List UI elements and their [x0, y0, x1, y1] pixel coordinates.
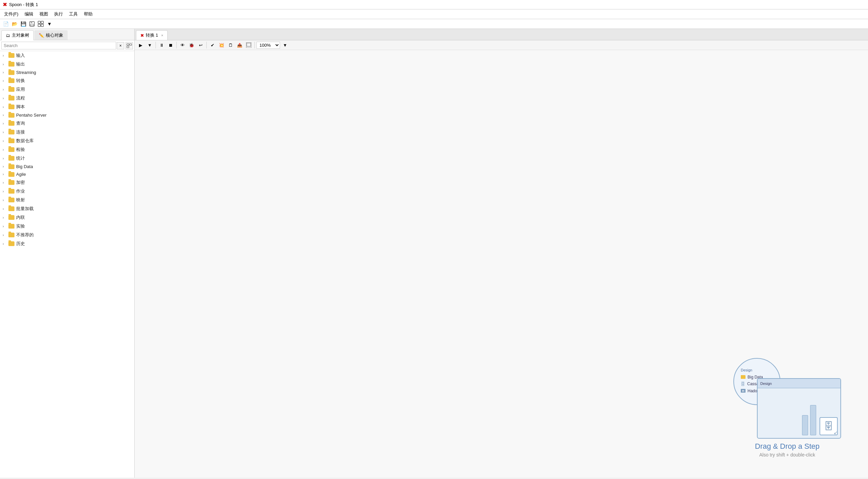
tree-chevron-icon: › [3, 225, 7, 228]
tree-item[interactable]: ›历史 [0, 239, 134, 248]
zoom-dropdown-btn[interactable]: ▼ [281, 41, 289, 49]
tree-item[interactable]: ›统计 [0, 154, 134, 163]
toolbar: 📄 📂 💾 ▼ [0, 19, 868, 29]
search-clear-btn[interactable]: × [117, 42, 124, 49]
search-expand-btn[interactable] [126, 42, 133, 49]
tree-chevron-icon: › [3, 71, 7, 74]
tree-item[interactable]: ›Agile [0, 170, 134, 178]
folder-icon [8, 233, 14, 237]
debug-btn[interactable]: 🐞 [187, 41, 195, 49]
folder-icon [8, 147, 14, 152]
tree-item[interactable]: ›Pentaho Server [0, 111, 134, 119]
tree-item[interactable]: ›不推荐的 [0, 231, 134, 239]
tree-item[interactable]: ›Big Data [0, 163, 134, 170]
tree-item[interactable]: ›实验 [0, 222, 134, 231]
tree-item-label: 应用 [16, 87, 25, 93]
folder-icon [8, 113, 14, 118]
menu-run[interactable]: 执行 [52, 10, 66, 18]
replay-btn[interactable]: ↩ [196, 41, 205, 49]
impact-btn[interactable]: 💥 [217, 41, 225, 49]
dnd-card-header-label: Design [760, 381, 772, 385]
menu-help[interactable]: 帮助 [81, 10, 95, 18]
sql-btn[interactable]: 🗒 [226, 41, 235, 49]
app-title: Spoon - 转换 1 [9, 2, 38, 8]
folder-icon [8, 156, 14, 161]
canvas-area[interactable]: Design Big Data 🗄 Cassandr... H Hadoop..… [135, 50, 868, 478]
menu-tools[interactable]: 工具 [66, 10, 81, 18]
save-btn[interactable]: 💾 [20, 20, 27, 28]
tree-item[interactable]: ›内联 [0, 213, 134, 222]
svg-rect-1 [31, 22, 32, 23]
canvas-tab-transform1[interactable]: ✖ 转换 1 × [136, 30, 167, 40]
tab-core-objects[interactable]: ✏️ 核心对象 [34, 30, 68, 40]
tree-item-label: 查询 [16, 120, 25, 126]
new-file-btn[interactable]: 📄 [2, 20, 9, 28]
tree-item[interactable]: ›加密 [0, 178, 134, 187]
run-btn[interactable]: ▶ [137, 41, 145, 49]
explore-btn[interactable] [37, 20, 44, 28]
preview-btn[interactable]: 👁 [178, 41, 186, 49]
tree-item[interactable]: ›批量加载 [0, 204, 134, 213]
folder-icon [8, 189, 14, 194]
tree-chevron-icon: › [3, 139, 7, 143]
tree-item[interactable]: ›输入 [0, 51, 134, 60]
tree-item[interactable]: ›映射 [0, 196, 134, 204]
tree-chevron-icon: › [3, 190, 7, 193]
dnd-card-header: Design [757, 379, 840, 388]
canvas-toolbar: ▶ ▼ ⏸ ⏹ 👁 🐞 ↩ ✔ 💥 🗒 📤 50% 75% 100% 150% [135, 40, 868, 50]
tree-item[interactable]: ›查询 [0, 119, 134, 128]
canvas-tab-label: 转换 1 [146, 32, 158, 38]
tree-item[interactable]: ›脚本 [0, 103, 134, 111]
settings-btn[interactable] [245, 41, 253, 49]
tree-item[interactable]: ›流程 [0, 94, 134, 103]
tab-main-object-tree[interactable]: 🗂 主对象树 [1, 30, 34, 40]
svg-rect-3 [38, 21, 40, 24]
menu-file[interactable]: 文件(F) [1, 10, 21, 18]
tree-item-label: 输出 [16, 61, 25, 67]
tree-item[interactable]: ›转换 [0, 76, 134, 85]
toolbar-dropdown-btn[interactable]: ▼ [46, 20, 53, 28]
toolbar-sep-4 [254, 42, 255, 48]
menu-view[interactable]: 视图 [37, 10, 51, 18]
db-icon-cassandra: 🗄 [741, 381, 745, 386]
tree-chevron-icon: › [3, 54, 7, 58]
stop-btn[interactable]: ⏹ [166, 41, 175, 49]
zoom-select[interactable]: 50% 75% 100% 150% 200% [256, 42, 280, 49]
open-btn[interactable]: 📂 [11, 20, 18, 28]
right-panel: ✖ 转换 1 × ▶ ▼ ⏸ ⏹ 👁 🐞 ↩ ✔ 💥 🗒 📤 [135, 29, 868, 478]
tree-item[interactable]: ›检验 [0, 145, 134, 154]
pause-btn[interactable]: ⏸ [157, 41, 165, 49]
folder-icon [8, 53, 14, 58]
folder-icon [8, 87, 14, 92]
tree-chevron-icon: › [3, 63, 7, 66]
tab-main-object-tree-label: 主对象树 [12, 32, 29, 38]
app-icon: ✖ [3, 1, 7, 8]
folder-icon [8, 105, 14, 109]
svg-rect-9 [127, 46, 129, 48]
dnd-hint: Design Big Data 🗄 Cassandr... H Hadoop..… [733, 358, 841, 457]
search-input[interactable] [1, 42, 116, 49]
tree-chevron-icon: › [3, 207, 7, 211]
tab-core-objects-label: 核心对象 [46, 32, 63, 38]
check-btn[interactable]: ✔ [208, 41, 216, 49]
tree-item[interactable]: ›Streaming [0, 69, 134, 76]
run-dropdown-btn[interactable]: ▼ [146, 41, 154, 49]
tree-item[interactable]: ›作业 [0, 187, 134, 196]
svg-rect-11 [247, 43, 251, 46]
menu-edit[interactable]: 编辑 [22, 10, 36, 18]
folder-icon [8, 198, 14, 202]
dnd-card-columns [802, 405, 816, 435]
tree-item[interactable]: ›连接 [0, 128, 134, 136]
dnd-card: Design 🗄 ↙ [757, 378, 841, 439]
tree-item-label: 作业 [16, 188, 25, 194]
tree-container: ›输入›输出›Streaming›转换›应用›流程›脚本›Pentaho Ser… [0, 51, 134, 478]
saveas-btn[interactable] [28, 20, 36, 28]
tab-core-objects-icon: ✏️ [39, 33, 44, 38]
tree-item-label: 脚本 [16, 104, 25, 110]
tree-item[interactable]: ›应用 [0, 85, 134, 94]
export-btn[interactable]: 📤 [236, 41, 244, 49]
tree-item[interactable]: ›数据仓库 [0, 136, 134, 145]
canvas-tab-close[interactable]: × [161, 33, 163, 37]
left-panel: 🗂 主对象树 ✏️ 核心对象 × ›输入›输出›Streaming›转换›应用›… [0, 29, 135, 478]
tree-item[interactable]: ›输出 [0, 60, 134, 69]
